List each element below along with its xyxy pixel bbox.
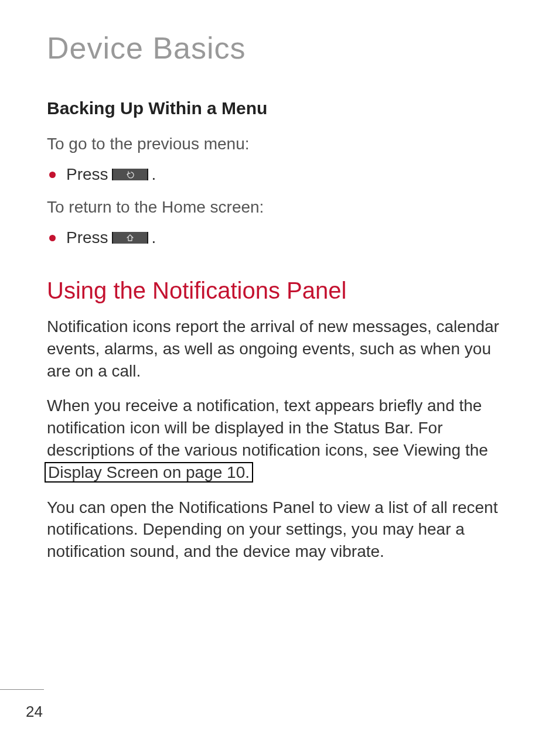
back-key-icon <box>112 169 148 180</box>
page-number-container: 24 <box>0 689 44 721</box>
cross-reference-link[interactable]: Display Screen on page 10. <box>45 462 253 483</box>
home-key-icon <box>112 232 148 244</box>
section-notifications-title: Using the Notifications Panel <box>47 278 512 304</box>
page-number: 24 <box>26 703 44 720</box>
instruction-press-back: Press . <box>49 165 512 184</box>
home-icon <box>126 234 134 242</box>
subsection-previous-menu: To go to the previous menu: <box>47 135 512 153</box>
press-label: Press <box>66 165 108 184</box>
bullet-icon <box>49 172 56 178</box>
section-backing-up-title: Backing Up Within a Menu <box>47 98 512 118</box>
subsection-home-screen: To return to the Home screen: <box>47 198 512 217</box>
instruction-press-home: Press . <box>49 228 512 247</box>
press-label: Press <box>66 228 108 247</box>
chapter-title: Device Basics <box>47 30 512 66</box>
back-arrow-icon <box>126 170 134 179</box>
bullet-icon <box>49 235 56 241</box>
press-suffix: . <box>152 228 156 247</box>
notifications-para-2: When you receive a notification, text ap… <box>47 395 512 483</box>
para-2-text: When you receive a notification, text ap… <box>47 396 488 459</box>
press-suffix: . <box>152 165 156 184</box>
notifications-para-3: You can open the Notifications Panel to … <box>47 497 512 563</box>
notifications-para-1: Notification icons report the arrival of… <box>47 316 512 382</box>
